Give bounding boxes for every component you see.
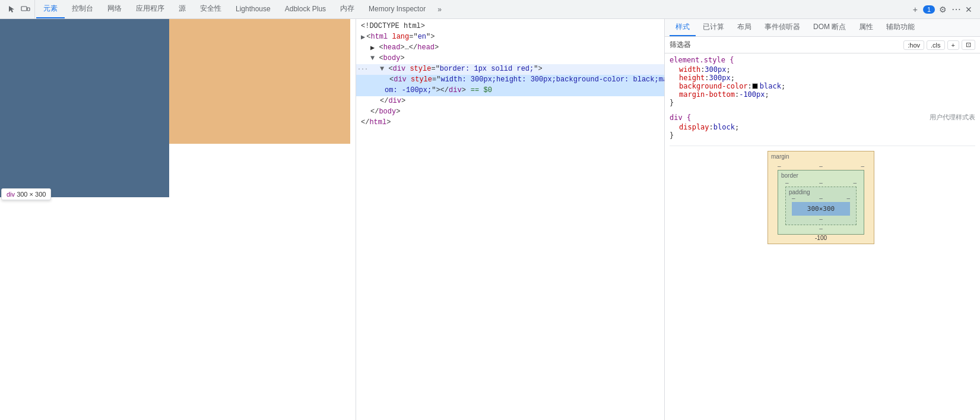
source-line[interactable]: </html> xyxy=(356,118,664,128)
css-selector: element.style { xyxy=(670,56,975,64)
source-line[interactable]: ▼ <body> xyxy=(356,53,664,64)
preview-content: div 300 × 300 xyxy=(0,19,356,420)
source-line-selected-outer[interactable]: ... ▼ <div style="border: 1px solid red;… xyxy=(356,64,664,75)
css-rule-div: div { 用户代理样式表 display : block ; } xyxy=(670,113,975,140)
tab-sources-label: 源 xyxy=(179,4,186,14)
tab-lighthouse[interactable]: Lighthouse xyxy=(229,0,278,18)
settings-icon[interactable]: ⚙ xyxy=(937,4,948,15)
source-line[interactable]: <!DOCTYPE html> xyxy=(356,21,664,32)
preview-black-div xyxy=(0,19,169,197)
tooltip-size: 300 × 300 xyxy=(17,191,46,198)
css-prop-width[interactable]: width : 300px ; xyxy=(670,65,975,74)
margin-label: margin xyxy=(771,153,789,160)
inspect-icon[interactable] xyxy=(6,4,17,15)
source-line[interactable]: </div> xyxy=(356,96,664,107)
tab-network[interactable]: 网络 xyxy=(100,0,129,18)
border-bottom: – xyxy=(785,225,857,232)
content-box: 300×300 xyxy=(792,202,850,216)
margin-bottom-val: -100 xyxy=(778,235,864,241)
tab-elements-label: 元素 xyxy=(43,4,58,14)
css-prop-bgcolor[interactable]: background-color : black ; xyxy=(670,82,975,90)
styles-panel: 样式 已计算 布局 事件侦听器 DOM 断点 属性 辅助功能 筛选器 xyxy=(665,19,980,420)
tab-application[interactable]: 应用程序 xyxy=(129,0,172,18)
border-box: border – – – padding – xyxy=(778,170,864,235)
devtools-toolbar: 元素 控制台 网络 应用程序 源 安全性 Lighthouse Adblock … xyxy=(0,0,980,19)
toolbar-icons xyxy=(2,0,35,18)
svg-rect-0 xyxy=(21,7,27,11)
cls-button[interactable]: .cls xyxy=(927,40,945,50)
padding-box: padding – – – 300×300 xyxy=(785,187,857,225)
main-layout: div 300 × 300 <!DOCTYPE html> ▶ <html la… xyxy=(0,19,980,420)
border-top-row: – – – xyxy=(785,179,857,187)
source-line[interactable]: ▶ <html lang="en"> xyxy=(356,32,664,43)
tab-dom-breakpoints[interactable]: DOM 断点 xyxy=(807,19,852,36)
styles-tabs: 样式 已计算 布局 事件侦听器 DOM 断点 属性 辅助功能 xyxy=(665,19,980,37)
more-tabs-button[interactable]: » xyxy=(433,0,446,18)
source-line[interactable]: ▶ <head>…</head> xyxy=(356,43,664,53)
padding-label: padding xyxy=(789,189,810,195)
tab-adblock[interactable]: Adblock Plus xyxy=(278,0,333,18)
device-toggle-icon[interactable] xyxy=(20,4,31,15)
box-model-section: margin – – – border – – – xyxy=(670,146,975,249)
tab-security-label: 安全性 xyxy=(200,4,221,14)
styles-filter-bar: 筛选器 :hov .cls + ⊡ xyxy=(665,37,980,53)
tab-security[interactable]: 安全性 xyxy=(193,0,229,18)
tab-count-badge: 1 xyxy=(927,6,931,13)
expand-style-button[interactable]: ⊡ xyxy=(962,40,975,50)
tab-accessibility[interactable]: 辅助功能 xyxy=(880,19,921,36)
css-prop-height[interactable]: height : 300px ; xyxy=(670,74,975,82)
hov-button[interactable]: :hov xyxy=(903,40,924,50)
preview-pane: div 300 × 300 xyxy=(0,19,356,420)
tab-memory-inspector-label: Memory Inspector xyxy=(369,5,426,13)
padding-bottom: – xyxy=(792,216,850,222)
devtools-tabs: 元素 控制台 网络 应用程序 源 安全性 Lighthouse Adblock … xyxy=(36,0,905,18)
close-devtools-icon[interactable]: ✕ xyxy=(963,4,974,15)
new-tab-icon[interactable]: + xyxy=(910,4,921,15)
margin-top-val: – xyxy=(819,163,823,169)
css-close-brace2: } xyxy=(670,131,975,140)
margin-top-row: – – – xyxy=(778,162,864,170)
source-line-cont[interactable]: om: -100px;"></div> == $0 xyxy=(356,86,664,96)
css-rules-area: element.style { width : 300px ; height :… xyxy=(665,53,980,420)
filter-label: 筛选器 xyxy=(670,40,691,50)
tab-adblock-label: Adblock Plus xyxy=(285,5,326,13)
tab-memory-inspector[interactable]: Memory Inspector xyxy=(361,0,433,18)
toolbar-right: + 1 ⚙ ⋯ ✕ xyxy=(906,4,978,15)
filter-controls: :hov .cls + ⊡ xyxy=(903,40,975,50)
css-prop-display[interactable]: display : block ; xyxy=(670,123,975,131)
css-div-selector: div { 用户代理样式表 xyxy=(670,113,975,122)
box-model-diagram: margin – – – border – – – xyxy=(767,151,877,244)
tab-memory[interactable]: 内存 xyxy=(333,0,361,18)
tab-elements[interactable]: 元素 xyxy=(36,0,65,18)
source-line[interactable]: </body> xyxy=(356,107,664,118)
element-tooltip: div 300 × 300 xyxy=(1,188,51,200)
add-style-button[interactable]: + xyxy=(947,40,959,50)
tab-layout[interactable]: 布局 xyxy=(731,19,757,36)
margin-box: margin – – – border – – – xyxy=(767,151,874,244)
css-rule-element-style: element.style { width : 300px ; height :… xyxy=(670,56,975,107)
border-label: border xyxy=(781,172,798,179)
svg-rect-1 xyxy=(27,8,30,11)
color-swatch-black[interactable] xyxy=(752,83,758,89)
browser-tab-indicator[interactable]: 1 xyxy=(923,5,935,14)
margin-right-val: – xyxy=(861,163,864,169)
css-prop-margin-bottom[interactable]: margin-bottom : -100px ; xyxy=(670,90,975,99)
tab-properties[interactable]: 属性 xyxy=(853,19,879,36)
source-line-selected-inner[interactable]: <div style="width: 300px;height: 300px;b… xyxy=(356,75,664,86)
tab-console[interactable]: 控制台 xyxy=(65,0,100,18)
tab-styles[interactable]: 样式 xyxy=(670,19,696,36)
tab-lighthouse-label: Lighthouse xyxy=(236,5,271,13)
tab-event-listeners[interactable]: 事件侦听器 xyxy=(759,19,806,36)
tab-application-label: 应用程序 xyxy=(136,4,164,14)
margin-left-val: – xyxy=(778,163,781,169)
source-panel: <!DOCTYPE html> ▶ <html lang="en"> ▶ <he… xyxy=(356,19,665,420)
css-source-hint: 用户代理样式表 xyxy=(930,113,975,122)
tab-sources[interactable]: 源 xyxy=(172,0,193,18)
tab-network-label: 网络 xyxy=(107,4,122,14)
tab-computed[interactable]: 已计算 xyxy=(697,19,730,36)
css-close-brace: } xyxy=(670,99,975,107)
tab-console-label: 控制台 xyxy=(72,4,93,14)
preview-orange-div xyxy=(169,19,350,144)
tab-memory-label: 内存 xyxy=(340,4,354,14)
customize-icon[interactable]: ⋯ xyxy=(950,4,961,15)
